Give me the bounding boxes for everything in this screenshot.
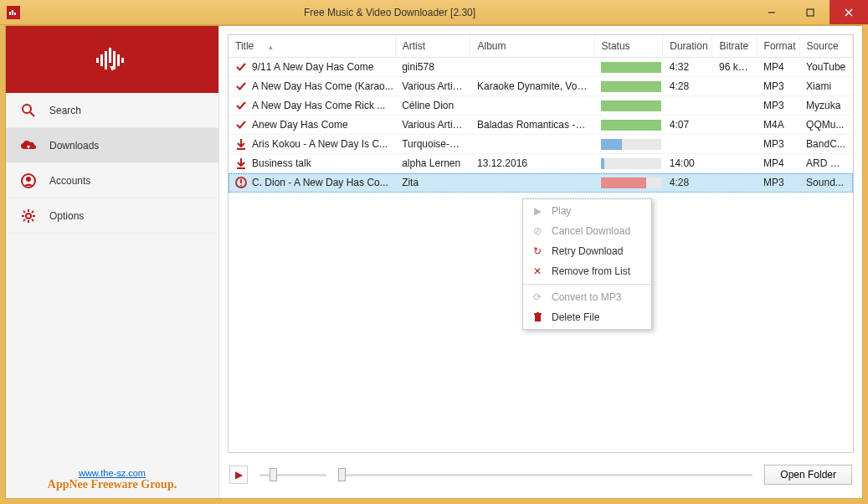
cell-duration [663,96,712,116]
downloads-table: Title▴ Artist Album Status Duration Bitr… [228,34,854,453]
cell-status [594,77,663,96]
col-status[interactable]: Status [594,35,663,58]
sidebar-item-label: Accounts [49,175,90,187]
cell-format: MP3 [757,96,799,116]
svg-line-25 [23,211,25,213]
cell-source: QQMu... [799,116,852,135]
svg-rect-0 [9,12,11,15]
table-row[interactable]: Business talkalpha Lernen13.12.201614:00… [229,154,853,173]
col-title[interactable]: Title▴ [229,35,395,58]
cell-bitrate [712,116,757,135]
cell-source: Myzuka [799,96,852,116]
minimize-button[interactable] [752,0,791,24]
cell-duration: 4:28 [663,173,712,193]
sidebar: Search Downloads Accounts Options www.th… [6,26,219,498]
cell-artist: Various Artists [395,116,470,135]
gear-icon [19,207,38,225]
cell-duration: 4:28 [663,77,712,96]
remove-icon: ✕ [532,265,543,277]
cell-title: Anew Day Has Come [252,119,348,131]
check-icon [235,80,247,92]
play-button[interactable]: ▶ [229,465,248,484]
svg-rect-10 [109,48,111,63]
col-album[interactable]: Album [470,35,594,58]
cell-duration: 4:07 [663,116,712,135]
cell-title: C. Dion - A New Day Has Co... [252,177,388,188]
cell-format: MP3 [757,135,799,154]
sidebar-item-search[interactable]: Search [6,93,218,128]
cell-source: Sound... [799,173,852,193]
table-row[interactable]: 9/11 A New Day Has Comegini5784:3296 kbp… [229,58,853,77]
cell-status [594,58,663,77]
cell-format: MP4 [757,58,799,77]
cloud-download-icon [19,136,38,155]
svg-rect-8 [100,54,103,66]
cell-duration: 4:32 [663,58,712,77]
app-icon [7,6,20,19]
volume-slider[interactable] [259,467,326,482]
play-icon: ▶ [532,205,543,217]
col-bitrate[interactable]: Bitrate [712,35,757,58]
menu-retry-download[interactable]: ↻ Retry Download [523,241,651,261]
cell-source: ARD M... [799,154,852,173]
table-row[interactable]: A New Day Has Come (Karao...Various Arti… [229,77,853,96]
svg-point-20 [26,213,31,219]
cell-album: Baladas Romanticas - In... [470,116,594,135]
col-source[interactable]: Source [799,35,852,58]
cell-artist: Various Artists [395,77,470,96]
maximize-button[interactable] [791,0,829,24]
table-row[interactable]: Anew Day Has ComeVarious ArtistsBaladas … [229,116,853,135]
col-format[interactable]: Format [757,35,799,58]
user-icon [19,172,38,190]
menu-separator [523,284,651,285]
svg-rect-4 [807,9,814,16]
footer-link[interactable]: www.the-sz.com [16,468,208,478]
cell-status [594,154,663,173]
cell-status [594,173,663,193]
cell-bitrate: 96 kbps [712,58,757,77]
open-folder-button[interactable]: Open Folder [764,465,852,485]
svg-rect-13 [121,58,124,63]
sidebar-item-accounts[interactable]: Accounts [6,163,218,198]
svg-point-15 [23,105,31,113]
cell-bitrate [712,96,757,116]
cell-artist: gini578 [395,58,470,77]
cell-album: 13.12.2016 [470,154,594,173]
col-artist[interactable]: Artist [395,35,470,58]
cell-source: YouTube [799,58,852,77]
cell-status [594,116,663,135]
position-slider[interactable] [338,467,752,482]
menu-play[interactable]: ▶ Play [523,201,651,221]
cell-album [470,96,594,116]
col-duration[interactable]: Duration [663,35,712,58]
cell-album: Karaoke Dynamite, Vol. 23 [470,77,594,96]
sidebar-item-label: Search [49,105,81,116]
table-row[interactable]: Aris Kokou - A New Day Is C...Turquoise-… [229,135,853,154]
close-button[interactable] [829,0,868,24]
titlebar: Free Music & Video Downloader [2.30] [0,0,868,25]
svg-line-16 [30,112,34,116]
menu-delete-file[interactable]: Delete File [523,307,651,327]
cell-status [594,135,663,154]
menu-cancel-download[interactable]: ⊘ Cancel Download [523,221,651,241]
convert-icon: ⟳ [532,291,543,303]
menu-convert-mp3[interactable]: ⟳ Convert to MP3 [523,287,651,307]
table-row[interactable]: A New Day Has Come Rick ...Céline DionMP… [229,96,853,116]
table-row[interactable]: C. Dion - A New Day Has Co...Zita4:28MP3… [229,173,853,193]
sidebar-item-downloads[interactable]: Downloads [6,128,218,163]
player-bar: ▶ Open Folder [228,460,854,490]
cell-bitrate [712,135,757,154]
svg-rect-2 [14,13,16,15]
svg-line-28 [23,219,25,221]
menu-remove-from-list[interactable]: ✕ Remove from List [523,261,651,281]
sidebar-item-options[interactable]: Options [6,198,218,234]
trash-icon [532,312,543,322]
cancel-icon: ⊘ [532,225,543,237]
cell-duration: 14:00 [663,154,712,173]
sidebar-item-label: Options [49,210,84,222]
cell-format: M4A [757,116,799,135]
cell-title: A New Day Has Come Rick ... [252,100,385,111]
retry-icon: ↻ [532,245,543,257]
download-icon [235,157,247,169]
cell-bitrate [712,77,757,96]
